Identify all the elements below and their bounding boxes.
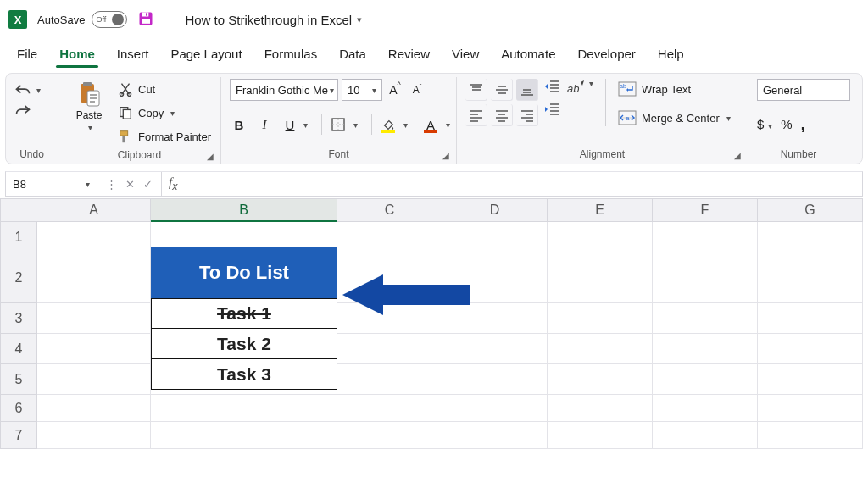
- grid-cell[interactable]: [653, 303, 758, 334]
- align-top-button[interactable]: [465, 79, 487, 101]
- font-size-select[interactable]: 10▾: [342, 79, 382, 101]
- tab-help[interactable]: Help: [656, 42, 686, 68]
- wrap-text-button[interactable]: ab Wrap Text: [618, 79, 731, 99]
- grid-cell[interactable]: [37, 303, 151, 334]
- todo-row[interactable]: Task 1: [151, 298, 337, 329]
- row-header[interactable]: 4: [0, 334, 37, 364]
- increase-indent-button[interactable]: [543, 102, 560, 119]
- grid-cell[interactable]: [337, 222, 442, 252]
- grid-cell[interactable]: [37, 222, 151, 252]
- grid-cell[interactable]: [337, 334, 442, 364]
- document-title[interactable]: How to Strikethrough in Excel ▾: [185, 13, 362, 27]
- chevron-down-icon[interactable]: ▾: [353, 120, 358, 130]
- col-header-G[interactable]: G: [758, 198, 863, 222]
- grid-cell[interactable]: [151, 395, 337, 422]
- comma-format-button[interactable]: ,: [800, 114, 805, 134]
- chevron-down-icon[interactable]: ▾: [589, 79, 593, 88]
- enter-formula-button[interactable]: ✓: [143, 178, 153, 191]
- save-button[interactable]: [137, 10, 154, 30]
- percent-format-button[interactable]: %: [781, 117, 792, 131]
- chevron-down-icon[interactable]: ▾: [446, 120, 450, 130]
- chevron-down-icon[interactable]: ▾: [86, 180, 90, 189]
- autosave-toggle[interactable]: AutoSave Off: [37, 11, 127, 28]
- italic-button[interactable]: I: [255, 114, 274, 135]
- tab-formulas[interactable]: Formulas: [263, 42, 320, 68]
- grid-cell[interactable]: [442, 334, 548, 364]
- name-box[interactable]: B8 ▾: [6, 172, 97, 196]
- format-painter-button[interactable]: Format Painter: [118, 126, 211, 147]
- grid-cell[interactable]: [548, 252, 653, 303]
- cut-button[interactable]: Cut: [118, 79, 211, 99]
- underline-button[interactable]: U▾: [281, 114, 299, 135]
- row-header[interactable]: 7: [0, 422, 37, 449]
- tab-page-layout[interactable]: Page Layout: [169, 42, 243, 68]
- grid-cell[interactable]: [442, 364, 548, 395]
- grid-cell[interactable]: [37, 395, 151, 422]
- tab-file[interactable]: File: [15, 42, 39, 68]
- grid-cell[interactable]: [337, 364, 442, 395]
- decrease-indent-button[interactable]: [543, 79, 560, 97]
- grid-cell[interactable]: [653, 364, 758, 395]
- grid-cell[interactable]: [442, 395, 548, 422]
- paste-button[interactable]: Paste ▾: [67, 79, 111, 132]
- grid-cell[interactable]: [548, 395, 653, 422]
- grid-cell[interactable]: [337, 422, 442, 449]
- tab-developer[interactable]: Developer: [576, 42, 637, 68]
- number-format-select[interactable]: General: [757, 79, 850, 101]
- grid-cell[interactable]: [653, 252, 758, 303]
- fx-icon[interactable]: fx: [162, 175, 177, 192]
- col-header-B[interactable]: B: [151, 198, 337, 222]
- select-all-corner[interactable]: [0, 198, 37, 222]
- chevron-down-icon[interactable]: ▾: [726, 114, 731, 123]
- grid-cell[interactable]: [758, 252, 863, 303]
- decrease-font-button[interactable]: Aˇ: [408, 80, 426, 100]
- grid-cell[interactable]: [37, 364, 151, 395]
- font-color-button[interactable]: A ▾: [421, 114, 440, 135]
- col-header-C[interactable]: C: [337, 198, 442, 222]
- fill-color-button[interactable]: ▾: [379, 114, 398, 135]
- align-bottom-button[interactable]: [516, 79, 538, 101]
- col-header-F[interactable]: F: [653, 198, 758, 222]
- grid-cell[interactable]: [337, 395, 442, 422]
- bold-button[interactable]: B: [230, 114, 248, 135]
- todo-header-cell[interactable]: To Do List: [151, 247, 337, 298]
- chevron-down-icon[interactable]: ▾: [765, 121, 772, 130]
- chevron-down-icon[interactable]: ▾: [403, 120, 408, 130]
- undo-button[interactable]: ▾: [14, 82, 41, 97]
- tab-automate[interactable]: Automate: [499, 42, 557, 68]
- borders-button[interactable]: ▾: [329, 114, 348, 135]
- grid-cell[interactable]: [548, 364, 653, 395]
- grid-cell[interactable]: [758, 334, 863, 364]
- grid-cell[interactable]: [37, 422, 151, 449]
- row-header[interactable]: 2: [0, 252, 37, 303]
- grid-cell[interactable]: [442, 422, 548, 449]
- chevron-down-icon[interactable]: ▾: [36, 86, 41, 95]
- grid-cell[interactable]: [758, 303, 863, 334]
- dialog-launcher-icon[interactable]: ◢: [734, 151, 741, 160]
- row-header[interactable]: 6: [0, 395, 37, 422]
- chevron-down-icon[interactable]: ▾: [303, 120, 308, 130]
- grid-cell[interactable]: [653, 422, 758, 449]
- grid-cell[interactable]: [653, 222, 758, 252]
- align-middle-button[interactable]: [491, 79, 513, 101]
- merge-center-button[interactable]: a Merge & Center ▾: [618, 108, 731, 128]
- font-name-select[interactable]: Franklin Gothic Me▾: [230, 79, 338, 101]
- row-header[interactable]: 1: [0, 222, 37, 252]
- grid-cell[interactable]: [548, 334, 653, 364]
- tab-home[interactable]: Home: [58, 42, 97, 68]
- orientation-button[interactable]: ab ▾: [565, 79, 593, 126]
- redo-button[interactable]: [14, 103, 41, 118]
- grid-cell[interactable]: [758, 222, 863, 252]
- align-left-button[interactable]: [465, 104, 487, 126]
- grid-cell[interactable]: [37, 334, 151, 364]
- increase-font-button[interactable]: A^: [386, 80, 404, 100]
- todo-row[interactable]: Task 2: [151, 329, 337, 359]
- chevron-down-icon[interactable]: ▾: [88, 123, 92, 132]
- grid-cell[interactable]: [758, 395, 863, 422]
- autosave-switch[interactable]: Off: [92, 11, 127, 28]
- grid-cell[interactable]: [442, 222, 548, 252]
- copy-button[interactable]: Copy ▾: [118, 103, 211, 123]
- formula-tools-icon[interactable]: ⋮: [106, 178, 117, 191]
- align-center-button[interactable]: [491, 104, 513, 126]
- grid-cell[interactable]: [548, 422, 653, 449]
